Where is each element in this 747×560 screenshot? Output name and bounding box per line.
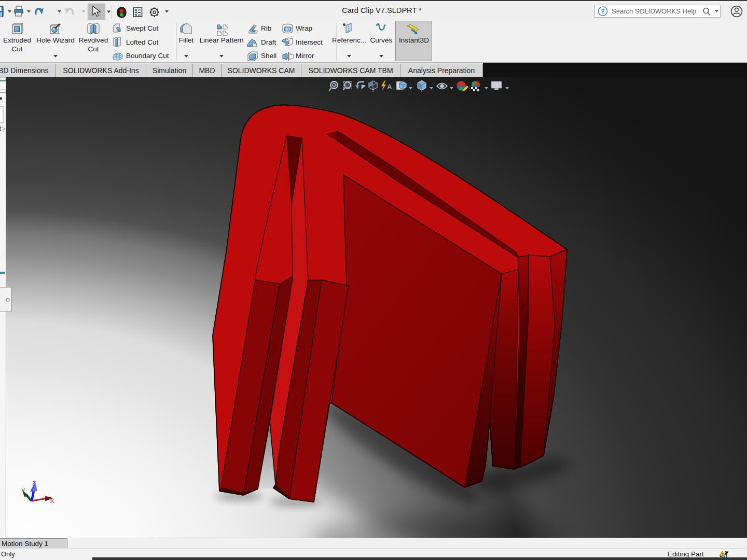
svg-text:Mirror: Mirror [296,52,314,60]
svg-text:3D: 3D [285,27,290,32]
svg-text:X: X [50,498,54,504]
svg-text:Wrap: Wrap [296,24,312,32]
svg-text:Y: Y [21,487,25,494]
svg-text:Extruded: Extruded [3,36,31,44]
svg-text:Search SOLIDWORKS Help: Search SOLIDWORKS Help [612,7,696,15]
svg-text:Intersect: Intersect [296,38,323,46]
svg-text:Fillet: Fillet [179,36,194,44]
svg-text:Revolved: Revolved [79,36,108,44]
svg-text:A: A [387,83,392,91]
svg-text:Instant3D: Instant3D [399,36,429,44]
svg-text:Shell: Shell [261,52,276,60]
svg-text:Boundary Cut: Boundary Cut [126,52,169,60]
svg-text:Draft: Draft [261,38,276,46]
svg-text:Referenc...: Referenc... [332,36,366,44]
svg-text:Curves: Curves [370,36,393,44]
svg-text:Rib: Rib [261,24,271,32]
svg-text:Cut: Cut [11,45,22,53]
svg-text:Z: Z [32,480,36,486]
svg-text:>: > [2,125,5,132]
svg-text:Linear Pattern: Linear Pattern [200,36,244,44]
svg-text:Lofted Cut: Lofted Cut [126,38,159,46]
svg-text:Swept Cut: Swept Cut [126,24,159,32]
svg-text:Hole Wizard: Hole Wizard [36,36,75,44]
svg-text:t: t [0,125,2,132]
svg-text:Cut: Cut [88,45,99,53]
svg-text:!: ! [722,552,723,556]
svg-text:?: ? [601,8,605,15]
